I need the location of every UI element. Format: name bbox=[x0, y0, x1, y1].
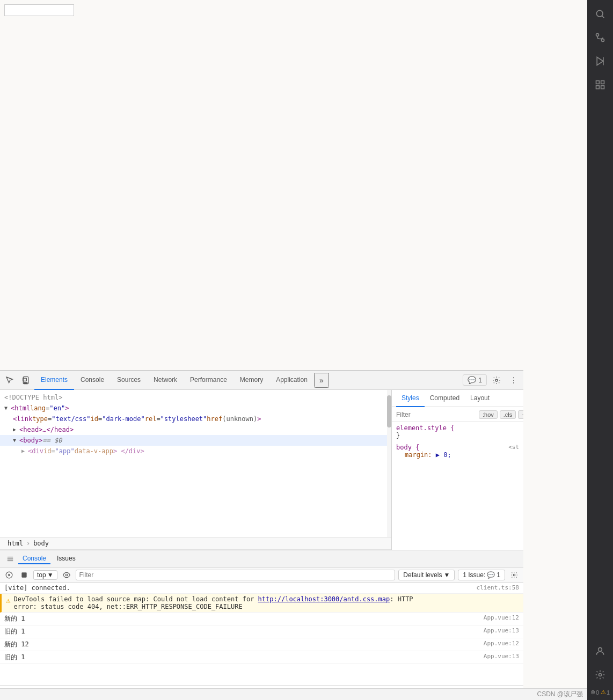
css-selector-body: body { bbox=[396, 444, 419, 451]
new1-source[interactable]: App.vue:12 bbox=[484, 614, 519, 621]
css-source-body: <st bbox=[508, 444, 519, 451]
expand-div[interactable]: ▶ bbox=[21, 446, 28, 456]
search-sidebar-icon[interactable] bbox=[590, 4, 610, 24]
svg-point-2 bbox=[596, 34, 599, 36]
link-type-attr: type bbox=[32, 414, 48, 424]
css-value-margin: ▶ 0; bbox=[436, 451, 451, 459]
svg-rect-8 bbox=[596, 81, 600, 84]
watermark-text: CSDN @该尸强 bbox=[537, 690, 583, 699]
expand-body[interactable]: ▼ bbox=[13, 436, 19, 445]
old1-source[interactable]: App.vue:13 bbox=[484, 627, 519, 634]
html-line-doctype: <!DOCTYPE html> bbox=[0, 392, 391, 403]
console-tab-issues[interactable]: Issues bbox=[53, 554, 80, 564]
link-id-attr: id bbox=[91, 414, 98, 424]
console-settings-button[interactable] bbox=[508, 569, 520, 581]
device-toggle-button[interactable] bbox=[18, 373, 33, 388]
div-id-val: "app" bbox=[55, 446, 75, 456]
console-msg-old1-2: 旧的 1 App.vue:13 bbox=[0, 651, 523, 664]
default-levels-arrow: ▼ bbox=[443, 571, 450, 579]
tab-styles[interactable]: Styles bbox=[396, 390, 425, 407]
div-id: id bbox=[43, 446, 51, 456]
css-selector-element: element.style { bbox=[396, 424, 454, 432]
console-live-expressions-button[interactable] bbox=[61, 569, 72, 581]
styles-tabs: Styles Computed Layout bbox=[392, 390, 523, 407]
svg-point-29 bbox=[513, 574, 515, 576]
breadcrumb-body[interactable]: body bbox=[30, 540, 52, 547]
svg-point-13 bbox=[599, 674, 602, 676]
console-filter-input[interactable] bbox=[76, 570, 396, 580]
console-msg-warning: ⚠ DevTools failed to load source map: Co… bbox=[0, 594, 523, 613]
svg-rect-9 bbox=[601, 81, 604, 84]
html-tag-close: > bbox=[65, 403, 69, 413]
issues-chat-icon-console: 💬 bbox=[487, 571, 495, 579]
add-style-btn[interactable]: + bbox=[518, 410, 523, 419]
svg-point-18 bbox=[513, 377, 514, 378]
html-tree[interactable]: <!DOCTYPE html> ▼ <html lang = "en" > <l… bbox=[0, 390, 391, 537]
settings-icon[interactable] bbox=[590, 665, 610, 684]
context-label: top bbox=[37, 571, 46, 579]
svg-point-0 bbox=[596, 10, 603, 17]
console-messages: [vite] connected. client.ts:58 ⚠ DevTool… bbox=[0, 583, 523, 685]
devtools-panel: Elements Console Sources Network Perform… bbox=[0, 370, 523, 700]
console-menu-icon[interactable] bbox=[4, 553, 16, 565]
html-line-body[interactable]: ▼ <body> == $0 bbox=[0, 435, 391, 446]
svg-point-28 bbox=[65, 574, 68, 576]
issues-chat-icon: 💬 bbox=[468, 376, 476, 384]
run-debug-icon[interactable] bbox=[590, 51, 610, 71]
console-tab-console[interactable]: Console bbox=[18, 554, 50, 564]
eq5: = bbox=[51, 446, 55, 456]
inspect-element-button[interactable] bbox=[2, 373, 17, 388]
default-levels-selector[interactable]: Default levels ▼ bbox=[398, 570, 455, 580]
html-tree-scrollbar[interactable] bbox=[387, 390, 391, 537]
devtools-tabs: Elements Console Sources Network Perform… bbox=[34, 371, 329, 389]
console-clear-button[interactable] bbox=[3, 569, 15, 581]
warning-link[interactable]: http://localhost:3000/antd.css.map bbox=[258, 595, 390, 603]
console-stop-button[interactable] bbox=[18, 569, 30, 581]
tab-network[interactable]: Network bbox=[147, 371, 184, 390]
tab-application[interactable]: Application bbox=[269, 371, 314, 390]
cls-filter-btn[interactable]: .cls bbox=[500, 410, 516, 419]
old1-2-source[interactable]: App.vue:13 bbox=[484, 653, 519, 660]
context-selector[interactable]: top ▼ bbox=[33, 570, 57, 580]
console-issues-count[interactable]: 1 Issue: 💬 1 bbox=[458, 570, 505, 580]
svg-point-17 bbox=[495, 379, 498, 381]
tab-console[interactable]: Console bbox=[74, 371, 111, 390]
svg-point-12 bbox=[599, 647, 602, 651]
link-rel-attr: rel bbox=[145, 414, 157, 424]
expand-head[interactable]: ▶ bbox=[13, 425, 19, 434]
expand-arrow[interactable]: ▼ bbox=[4, 403, 11, 413]
styles-panel: Styles Computed Layout :hov .cls + eleme… bbox=[392, 390, 523, 550]
new12-source[interactable]: App.vue:12 bbox=[484, 640, 519, 647]
user-icon[interactable] bbox=[590, 642, 610, 661]
tab-performance[interactable]: Performance bbox=[184, 371, 233, 390]
hov-filter-btn[interactable]: :hov bbox=[479, 410, 498, 419]
tab-layout[interactable]: Layout bbox=[465, 390, 495, 407]
git-icon[interactable] bbox=[590, 28, 610, 47]
body-dollar: == $0 bbox=[42, 436, 62, 445]
tab-sources[interactable]: Sources bbox=[111, 371, 147, 390]
lang-value: "en" bbox=[49, 403, 65, 413]
number-input[interactable]: 12 bbox=[4, 4, 74, 16]
warning-icon: ⚠ bbox=[6, 596, 10, 605]
tab-elements[interactable]: Elements bbox=[34, 371, 74, 390]
default-levels-text: Default levels bbox=[403, 571, 442, 579]
devtools-main-content: <!DOCTYPE html> ▼ <html lang = "en" > <l… bbox=[0, 390, 523, 550]
vite-msg-source[interactable]: client.ts:58 bbox=[477, 584, 519, 591]
svg-point-19 bbox=[513, 380, 514, 381]
devtools-settings-button[interactable] bbox=[489, 373, 504, 388]
new12-text: 新的 12 bbox=[4, 640, 480, 649]
styles-content: element.style { } body { <st margin: ▶ 0… bbox=[392, 422, 523, 550]
extensions-icon[interactable] bbox=[590, 75, 610, 94]
eq4: = bbox=[156, 414, 160, 424]
tab-computed[interactable]: Computed bbox=[425, 390, 465, 407]
html-open-tag: <html bbox=[11, 403, 30, 413]
issues-badge-button[interactable]: 💬 1 bbox=[463, 374, 487, 386]
more-tabs-button[interactable]: » bbox=[314, 373, 329, 388]
vite-msg-text: [vite] connected. bbox=[4, 584, 473, 592]
html-line-html: ▼ <html lang = "en" > bbox=[0, 403, 391, 414]
breadcrumb-html[interactable]: html bbox=[4, 540, 26, 547]
scroll-thumb[interactable] bbox=[387, 395, 391, 428]
tab-memory[interactable]: Memory bbox=[233, 371, 269, 390]
devtools-more-button[interactable] bbox=[506, 373, 521, 388]
styles-filter-input[interactable] bbox=[396, 411, 477, 418]
